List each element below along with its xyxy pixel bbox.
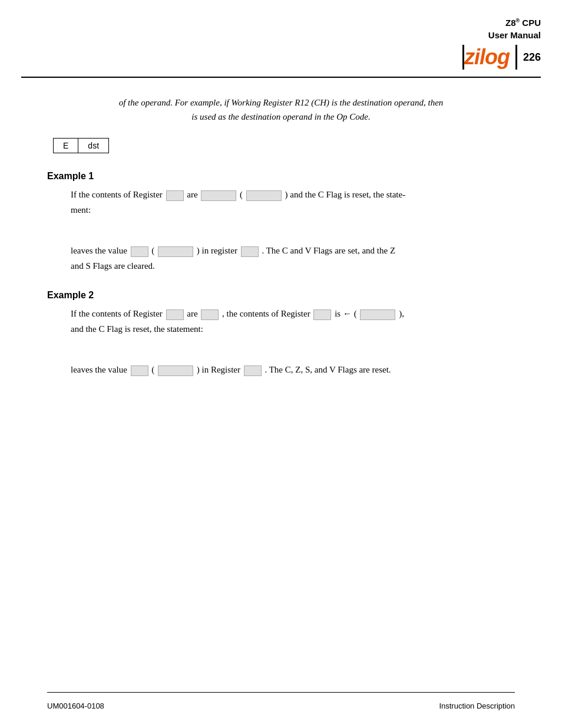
footer-right: Instruction Description xyxy=(439,701,515,710)
header-logo-row: zilog 226 xyxy=(462,45,541,70)
reg-cell-dst: dst xyxy=(78,138,109,153)
cpu-label: CPU xyxy=(522,18,541,28)
example2-block: Example 2 If the contents of Register ar… xyxy=(47,290,515,378)
ex2-reg1 xyxy=(166,309,184,320)
reg-cell-e: E xyxy=(53,138,78,153)
ex2-text2c: ) in Register xyxy=(197,365,240,374)
footer-divider xyxy=(47,692,515,693)
ex2-text1b: are xyxy=(187,309,197,318)
ex1-text1b: are xyxy=(187,190,197,199)
ex2-value4 xyxy=(158,365,193,376)
ex2-text1f: and the C Flag is reset, the statement: xyxy=(71,324,203,334)
header-z8: Z8® CPU xyxy=(488,17,541,29)
ex1-text1d: ) and the C Flag is reset, the state- xyxy=(285,190,406,199)
ex1-value1 xyxy=(201,190,236,201)
ex1-text2e: and S Flags are cleared. xyxy=(71,261,155,271)
ex1-reg1 xyxy=(166,190,184,201)
ex2-value1 xyxy=(201,309,219,320)
intro-line1: of the operand. For example, if Working … xyxy=(47,95,515,110)
ex1-spacer1 xyxy=(47,218,515,230)
ex1-spacer2 xyxy=(47,230,515,243)
ex2-reg3 xyxy=(244,365,262,376)
user-manual-label: User Manual xyxy=(488,29,541,41)
ex2-value3 xyxy=(131,365,148,376)
ex2-spacer2 xyxy=(47,350,515,363)
example2-heading: Example 2 xyxy=(47,290,515,301)
ex2-text2d: . The C, Z, S, and V Flags are reset. xyxy=(265,365,391,374)
page-header: Z8® CPU User Manual zilog 226 xyxy=(0,0,562,70)
ex1-text1e: ment: xyxy=(71,205,91,215)
example1-heading: Example 1 xyxy=(47,171,515,182)
ex1-text1c: ( xyxy=(240,190,243,199)
footer-left: UM001604-0108 xyxy=(47,701,104,710)
ex1-text2a: leaves the value xyxy=(71,246,127,255)
ex1-text2b: ( xyxy=(151,246,154,255)
ex2-text1e: ), xyxy=(399,309,404,318)
zilog-logo: zilog xyxy=(464,45,517,70)
ex2-text1a: If the contents of Register xyxy=(71,309,163,318)
header-right: Z8® CPU User Manual zilog 226 xyxy=(462,17,541,70)
page-footer: UM001604-0108 Instruction Description xyxy=(47,701,515,710)
example1-text1: If the contents of Register are ( ) and … xyxy=(71,187,515,218)
main-content: of the operand. For example, if Working … xyxy=(0,78,562,418)
ex2-text2b: ( xyxy=(151,365,154,374)
header-title-block: Z8® CPU User Manual xyxy=(488,17,541,41)
intro-text: of the operand. For example, if Working … xyxy=(47,95,515,124)
ex1-text2c: ) in register xyxy=(197,246,237,255)
example2-text2: leaves the value ( ) in Register . The C… xyxy=(71,363,515,378)
ex2-text1c: , the contents of Register xyxy=(222,309,310,318)
ex1-text1a: If the contents of Register xyxy=(71,190,163,199)
ex1-reg2 xyxy=(241,246,259,257)
example2-text1: If the contents of Register are , the co… xyxy=(71,307,515,337)
ex2-text2a: leaves the value xyxy=(71,365,127,374)
intro-line2: is used as the destination operand in th… xyxy=(47,110,515,124)
example1-block: Example 1 If the contents of Register ar… xyxy=(47,171,515,274)
z8-label: Z8 xyxy=(505,18,516,28)
ex2-text1d: is ← ( xyxy=(335,309,357,318)
page-number: 226 xyxy=(523,51,541,64)
ex2-reg2 xyxy=(313,309,331,320)
ex1-value3 xyxy=(131,246,148,257)
ex1-value4 xyxy=(158,246,193,257)
register-diagram: E dst xyxy=(53,138,515,153)
ex2-value2 xyxy=(360,309,395,320)
ex1-value2 xyxy=(246,190,282,201)
page-container: Z8® CPU User Manual zilog 226 of the ope… xyxy=(0,0,562,728)
example1-text2: leaves the value ( ) in register . The C… xyxy=(71,243,515,274)
superscript: ® xyxy=(516,18,520,24)
ex1-text2d: . The C and V Flags are set, and the Z xyxy=(262,246,395,255)
ex2-spacer1 xyxy=(47,337,515,350)
